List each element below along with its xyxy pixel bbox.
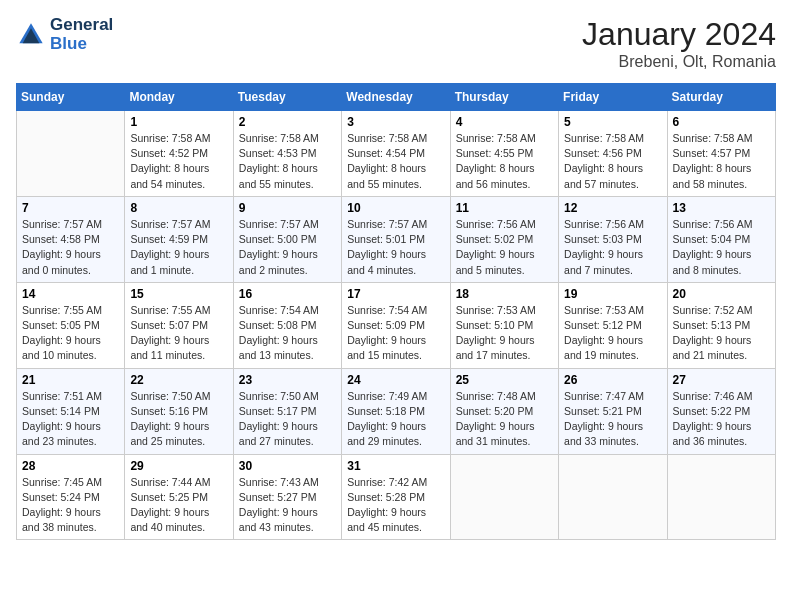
- calendar-week-row: 7Sunrise: 7:57 AMSunset: 4:58 PMDaylight…: [17, 196, 776, 282]
- day-info: Sunrise: 7:46 AMSunset: 5:22 PMDaylight:…: [673, 389, 770, 450]
- day-info: Sunrise: 7:47 AMSunset: 5:21 PMDaylight:…: [564, 389, 661, 450]
- weekday-header: Wednesday: [342, 84, 450, 111]
- calendar-cell: 20Sunrise: 7:52 AMSunset: 5:13 PMDayligh…: [667, 282, 775, 368]
- day-number: 28: [22, 459, 119, 473]
- weekday-header: Monday: [125, 84, 233, 111]
- day-number: 8: [130, 201, 227, 215]
- day-info: Sunrise: 7:48 AMSunset: 5:20 PMDaylight:…: [456, 389, 553, 450]
- day-info: Sunrise: 7:45 AMSunset: 5:24 PMDaylight:…: [22, 475, 119, 536]
- day-number: 16: [239, 287, 336, 301]
- day-info: Sunrise: 7:49 AMSunset: 5:18 PMDaylight:…: [347, 389, 444, 450]
- day-number: 14: [22, 287, 119, 301]
- weekday-header: Thursday: [450, 84, 558, 111]
- logo: General Blue: [16, 16, 113, 53]
- calendar-cell: 27Sunrise: 7:46 AMSunset: 5:22 PMDayligh…: [667, 368, 775, 454]
- calendar-cell: 31Sunrise: 7:42 AMSunset: 5:28 PMDayligh…: [342, 454, 450, 540]
- day-number: 10: [347, 201, 444, 215]
- day-info: Sunrise: 7:56 AMSunset: 5:02 PMDaylight:…: [456, 217, 553, 278]
- calendar-cell: 21Sunrise: 7:51 AMSunset: 5:14 PMDayligh…: [17, 368, 125, 454]
- day-number: 7: [22, 201, 119, 215]
- day-number: 24: [347, 373, 444, 387]
- day-number: 2: [239, 115, 336, 129]
- page-header: General Blue January 2024 Brebeni, Olt, …: [16, 16, 776, 71]
- calendar-week-row: 21Sunrise: 7:51 AMSunset: 5:14 PMDayligh…: [17, 368, 776, 454]
- calendar-cell: 4Sunrise: 7:58 AMSunset: 4:55 PMDaylight…: [450, 111, 558, 197]
- weekday-header: Saturday: [667, 84, 775, 111]
- day-number: 21: [22, 373, 119, 387]
- calendar-cell: 25Sunrise: 7:48 AMSunset: 5:20 PMDayligh…: [450, 368, 558, 454]
- calendar-cell: 29Sunrise: 7:44 AMSunset: 5:25 PMDayligh…: [125, 454, 233, 540]
- day-number: 22: [130, 373, 227, 387]
- calendar-cell: [17, 111, 125, 197]
- calendar-cell: 10Sunrise: 7:57 AMSunset: 5:01 PMDayligh…: [342, 196, 450, 282]
- calendar-cell: 24Sunrise: 7:49 AMSunset: 5:18 PMDayligh…: [342, 368, 450, 454]
- calendar-cell: 22Sunrise: 7:50 AMSunset: 5:16 PMDayligh…: [125, 368, 233, 454]
- day-info: Sunrise: 7:57 AMSunset: 4:58 PMDaylight:…: [22, 217, 119, 278]
- day-number: 3: [347, 115, 444, 129]
- calendar-cell: 2Sunrise: 7:58 AMSunset: 4:53 PMDaylight…: [233, 111, 341, 197]
- calendar-cell: [450, 454, 558, 540]
- calendar-cell: 6Sunrise: 7:58 AMSunset: 4:57 PMDaylight…: [667, 111, 775, 197]
- weekday-header: Tuesday: [233, 84, 341, 111]
- day-number: 23: [239, 373, 336, 387]
- day-info: Sunrise: 7:57 AMSunset: 5:00 PMDaylight:…: [239, 217, 336, 278]
- day-info: Sunrise: 7:58 AMSunset: 4:56 PMDaylight:…: [564, 131, 661, 192]
- calendar-cell: 3Sunrise: 7:58 AMSunset: 4:54 PMDaylight…: [342, 111, 450, 197]
- day-info: Sunrise: 7:58 AMSunset: 4:57 PMDaylight:…: [673, 131, 770, 192]
- day-info: Sunrise: 7:55 AMSunset: 5:05 PMDaylight:…: [22, 303, 119, 364]
- day-number: 25: [456, 373, 553, 387]
- weekday-header-row: SundayMondayTuesdayWednesdayThursdayFrid…: [17, 84, 776, 111]
- day-info: Sunrise: 7:57 AMSunset: 5:01 PMDaylight:…: [347, 217, 444, 278]
- day-info: Sunrise: 7:55 AMSunset: 5:07 PMDaylight:…: [130, 303, 227, 364]
- day-info: Sunrise: 7:54 AMSunset: 5:09 PMDaylight:…: [347, 303, 444, 364]
- day-number: 4: [456, 115, 553, 129]
- calendar-cell: [559, 454, 667, 540]
- day-info: Sunrise: 7:50 AMSunset: 5:17 PMDaylight:…: [239, 389, 336, 450]
- calendar-cell: 9Sunrise: 7:57 AMSunset: 5:00 PMDaylight…: [233, 196, 341, 282]
- weekday-header: Sunday: [17, 84, 125, 111]
- day-info: Sunrise: 7:54 AMSunset: 5:08 PMDaylight:…: [239, 303, 336, 364]
- day-number: 17: [347, 287, 444, 301]
- day-info: Sunrise: 7:53 AMSunset: 5:10 PMDaylight:…: [456, 303, 553, 364]
- calendar-cell: 26Sunrise: 7:47 AMSunset: 5:21 PMDayligh…: [559, 368, 667, 454]
- calendar-cell: 1Sunrise: 7:58 AMSunset: 4:52 PMDaylight…: [125, 111, 233, 197]
- calendar-cell: 14Sunrise: 7:55 AMSunset: 5:05 PMDayligh…: [17, 282, 125, 368]
- calendar-cell: 18Sunrise: 7:53 AMSunset: 5:10 PMDayligh…: [450, 282, 558, 368]
- calendar-cell: 17Sunrise: 7:54 AMSunset: 5:09 PMDayligh…: [342, 282, 450, 368]
- day-info: Sunrise: 7:56 AMSunset: 5:04 PMDaylight:…: [673, 217, 770, 278]
- calendar-cell: 30Sunrise: 7:43 AMSunset: 5:27 PMDayligh…: [233, 454, 341, 540]
- calendar-cell: 16Sunrise: 7:54 AMSunset: 5:08 PMDayligh…: [233, 282, 341, 368]
- day-number: 15: [130, 287, 227, 301]
- day-info: Sunrise: 7:43 AMSunset: 5:27 PMDaylight:…: [239, 475, 336, 536]
- day-number: 5: [564, 115, 661, 129]
- calendar-week-row: 1Sunrise: 7:58 AMSunset: 4:52 PMDaylight…: [17, 111, 776, 197]
- day-info: Sunrise: 7:58 AMSunset: 4:54 PMDaylight:…: [347, 131, 444, 192]
- day-number: 13: [673, 201, 770, 215]
- month-title: January 2024: [582, 16, 776, 53]
- day-number: 30: [239, 459, 336, 473]
- day-info: Sunrise: 7:44 AMSunset: 5:25 PMDaylight:…: [130, 475, 227, 536]
- day-info: Sunrise: 7:42 AMSunset: 5:28 PMDaylight:…: [347, 475, 444, 536]
- calendar-cell: 13Sunrise: 7:56 AMSunset: 5:04 PMDayligh…: [667, 196, 775, 282]
- day-number: 1: [130, 115, 227, 129]
- day-info: Sunrise: 7:58 AMSunset: 4:53 PMDaylight:…: [239, 131, 336, 192]
- day-number: 31: [347, 459, 444, 473]
- day-info: Sunrise: 7:56 AMSunset: 5:03 PMDaylight:…: [564, 217, 661, 278]
- day-info: Sunrise: 7:53 AMSunset: 5:12 PMDaylight:…: [564, 303, 661, 364]
- day-info: Sunrise: 7:51 AMSunset: 5:14 PMDaylight:…: [22, 389, 119, 450]
- day-number: 6: [673, 115, 770, 129]
- calendar-cell: 11Sunrise: 7:56 AMSunset: 5:02 PMDayligh…: [450, 196, 558, 282]
- day-info: Sunrise: 7:58 AMSunset: 4:52 PMDaylight:…: [130, 131, 227, 192]
- calendar-week-row: 28Sunrise: 7:45 AMSunset: 5:24 PMDayligh…: [17, 454, 776, 540]
- weekday-header: Friday: [559, 84, 667, 111]
- calendar-cell: [667, 454, 775, 540]
- day-number: 26: [564, 373, 661, 387]
- day-number: 9: [239, 201, 336, 215]
- day-number: 27: [673, 373, 770, 387]
- location-title: Brebeni, Olt, Romania: [582, 53, 776, 71]
- day-number: 18: [456, 287, 553, 301]
- logo-icon: [16, 20, 46, 50]
- logo-text: General Blue: [50, 16, 113, 53]
- day-info: Sunrise: 7:50 AMSunset: 5:16 PMDaylight:…: [130, 389, 227, 450]
- day-number: 29: [130, 459, 227, 473]
